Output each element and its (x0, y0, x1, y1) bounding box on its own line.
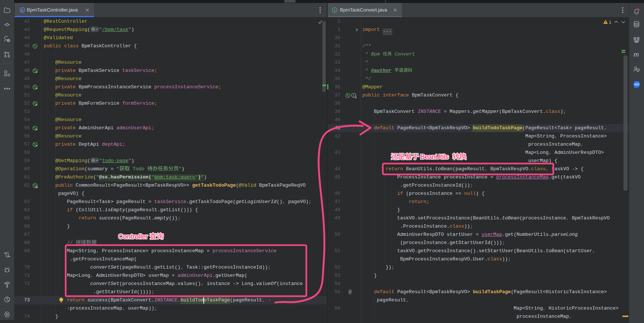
svg-text:BeanUtils: BeanUtils (420, 153, 449, 161)
svg-text:Controller: Controller (118, 233, 148, 240)
